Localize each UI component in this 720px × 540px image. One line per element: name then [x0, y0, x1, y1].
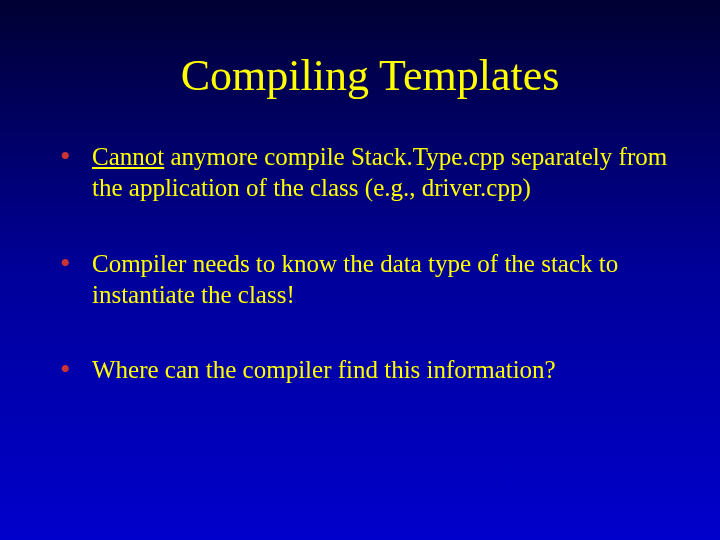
bullet-list: Cannot anymore compile Stack.Type.cpp se… — [60, 141, 680, 385]
bullet-item: Cannot anymore compile Stack.Type.cpp se… — [60, 141, 680, 204]
slide-title: Compiling Templates — [60, 50, 680, 101]
bullet-text: anymore compile Stack.Type.cpp separatel… — [92, 143, 667, 201]
slide: Compiling Templates Cannot anymore compi… — [0, 0, 720, 540]
bullet-underlined-word: Cannot — [92, 143, 164, 170]
bullet-text: Where can the compiler find this informa… — [92, 356, 556, 383]
bullet-item: Compiler needs to know the data type of … — [60, 248, 680, 311]
bullet-item: Where can the compiler find this informa… — [60, 354, 680, 385]
bullet-text: Compiler needs to know the data type of … — [92, 250, 618, 308]
